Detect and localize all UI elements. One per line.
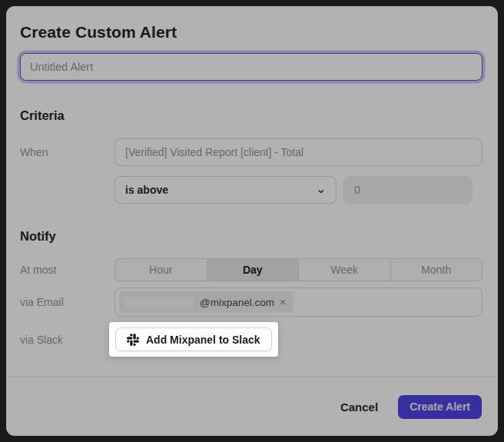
when-row: When [Verified] Visited Report [client] … <box>20 138 482 166</box>
email-recipients-field[interactable]: @mixpanel.com × <box>114 287 482 317</box>
via-email-row: via Email @mixpanel.com × <box>20 287 482 317</box>
when-label: When <box>20 146 114 158</box>
frequency-option-week[interactable]: Week <box>298 259 390 281</box>
at-most-label: At most <box>20 264 114 276</box>
alert-name-input[interactable] <box>20 53 482 81</box>
frequency-option-month[interactable]: Month <box>390 259 482 281</box>
remove-email-icon[interactable]: × <box>280 297 286 307</box>
frequency-option-hour[interactable]: Hour <box>115 259 207 281</box>
via-slack-label: via Slack <box>20 334 114 346</box>
notify-heading: Notify <box>20 229 482 244</box>
via-slack-row: via Slack Add Mixpanel to Slack <box>20 322 482 357</box>
threshold-input[interactable]: 0 <box>343 176 472 204</box>
at-most-row: At most Hour Day Week Month <box>20 258 482 281</box>
page-title: Create Custom Alert <box>20 23 482 42</box>
slack-button-label: Add Mixpanel to Slack <box>146 334 260 346</box>
email-domain: @mixpanel.com <box>200 297 274 308</box>
chevron-down-icon: ⌄ <box>316 183 326 194</box>
condition-row: is above ⌄ 0 <box>20 176 482 204</box>
cancel-button[interactable]: Cancel <box>340 400 378 414</box>
create-alert-button[interactable]: Create Alert <box>398 395 482 419</box>
slack-spotlight-highlight: Add Mixpanel to Slack <box>109 322 278 357</box>
frequency-segmented-control: Hour Day Week Month <box>114 258 482 281</box>
criteria-heading: Criteria <box>20 108 482 123</box>
modal-footer: Cancel Create Alert <box>6 377 498 436</box>
redacted-email-username <box>124 297 194 308</box>
frequency-option-day[interactable]: Day <box>207 259 299 281</box>
metric-field[interactable]: [Verified] Visited Report [client] - Tot… <box>114 138 482 166</box>
email-chip: @mixpanel.com × <box>119 291 293 313</box>
condition-select[interactable]: is above ⌄ <box>114 176 337 204</box>
add-mixpanel-to-slack-button[interactable]: Add Mixpanel to Slack <box>115 327 272 351</box>
condition-value: is above <box>125 184 168 196</box>
create-custom-alert-modal: Create Custom Alert Criteria When [Verif… <box>6 6 498 436</box>
slack-icon <box>127 334 139 346</box>
via-email-label: via Email <box>20 296 114 308</box>
